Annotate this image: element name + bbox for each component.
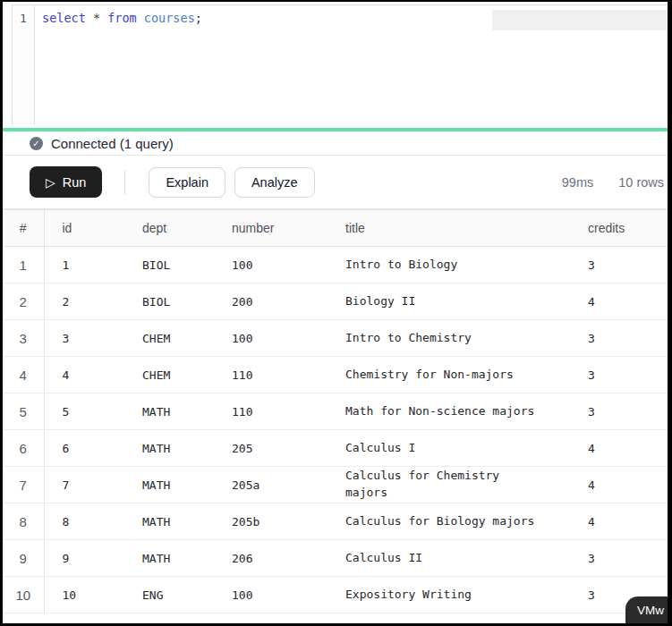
row-index: 5 bbox=[3, 393, 44, 430]
cell-title: Calculus I bbox=[327, 430, 570, 467]
table-row: 10 10 ENG 100 Expository Writing 3 bbox=[3, 577, 668, 613]
sql-keyword: select bbox=[42, 11, 86, 25]
header-credits: credits bbox=[570, 210, 668, 247]
cell-title: Chemistry for Non-majors bbox=[327, 357, 570, 393]
row-count: 10 rows bbox=[618, 175, 664, 190]
cell-credits: 3 bbox=[570, 320, 668, 357]
row-index: 1 bbox=[3, 247, 44, 283]
toolbar-divider bbox=[124, 171, 125, 194]
cell-dept: MATH bbox=[124, 430, 214, 467]
cell-title: Expository Writing bbox=[327, 577, 570, 613]
run-button-label: Run bbox=[63, 175, 87, 190]
cell-dept: MATH bbox=[124, 393, 214, 430]
cell-number: 100 bbox=[214, 247, 327, 283]
cell-id: 7 bbox=[44, 467, 124, 503]
sql-identifier: courses bbox=[144, 11, 195, 25]
table-row: 3 3 CHEM 100 Intro to Chemistry 3 bbox=[3, 320, 668, 357]
status-bar: ✓ Connected (1 query) bbox=[3, 131, 668, 156]
header-dept: dept bbox=[124, 210, 214, 247]
cell-dept: MATH bbox=[124, 540, 214, 577]
vmware-badge-label: VMw bbox=[637, 604, 664, 617]
sql-punctuation: ; bbox=[195, 11, 202, 25]
sql-space bbox=[137, 11, 144, 25]
connection-status: Connected (1 query) bbox=[51, 136, 174, 151]
row-index: 3 bbox=[3, 320, 44, 357]
cell-credits: 4 bbox=[570, 283, 668, 320]
cell-number: 205a bbox=[214, 467, 327, 503]
sql-editor[interactable]: 1 select * from courses; bbox=[3, 4, 668, 128]
cell-id: 4 bbox=[44, 357, 124, 393]
sql-keyword: from bbox=[107, 11, 137, 25]
row-index: 2 bbox=[3, 283, 44, 320]
cell-number: 110 bbox=[214, 393, 327, 430]
explain-button[interactable]: Explain bbox=[149, 167, 225, 198]
header-number: number bbox=[214, 210, 327, 247]
cell-title: Calculus for Chemistry majors bbox=[327, 467, 570, 503]
cell-title: Math for Non-science majors bbox=[327, 393, 570, 430]
cell-credits: 4 bbox=[570, 503, 668, 540]
cell-credits: 3 bbox=[570, 357, 668, 393]
cell-dept: CHEM bbox=[124, 320, 214, 357]
row-index: 7 bbox=[3, 467, 44, 503]
cell-credits: 3 bbox=[570, 393, 668, 430]
results-table: # id dept number title credits 1 1 BIOL … bbox=[3, 209, 668, 613]
line-number-gutter: 1 bbox=[13, 5, 35, 125]
cell-dept: MATH bbox=[124, 467, 214, 503]
header-id: id bbox=[44, 210, 124, 247]
row-index: 9 bbox=[3, 540, 44, 577]
vmware-watermark-badge: VMw bbox=[625, 596, 668, 623]
cell-number: 205 bbox=[214, 430, 327, 467]
cell-dept: MATH bbox=[124, 503, 214, 540]
cell-id: 10 bbox=[44, 577, 124, 613]
row-index: 8 bbox=[3, 503, 44, 540]
row-index: 6 bbox=[3, 430, 44, 467]
editor-topright-panel bbox=[492, 10, 668, 30]
header-title: title bbox=[327, 210, 570, 247]
line-number: 1 bbox=[13, 12, 34, 25]
toolbar: ▷ Run Explain Analyze 99ms 10 rows bbox=[3, 156, 668, 209]
cell-id: 5 bbox=[44, 393, 124, 430]
cell-number: 206 bbox=[214, 540, 327, 577]
run-button[interactable]: ▷ Run bbox=[30, 166, 102, 198]
check-circle-icon: ✓ bbox=[30, 137, 43, 150]
cell-number: 100 bbox=[214, 320, 327, 357]
row-index: 10 bbox=[3, 577, 44, 613]
row-index: 4 bbox=[3, 357, 44, 393]
cell-title: Calculus for Biology majors bbox=[327, 503, 570, 540]
cell-credits: 3 bbox=[570, 540, 668, 577]
sql-operator: * bbox=[93, 11, 100, 25]
header-index: # bbox=[3, 210, 44, 247]
sql-space bbox=[86, 11, 93, 25]
query-stats: 99ms 10 rows bbox=[562, 175, 664, 190]
cell-credits: 4 bbox=[570, 430, 668, 467]
cell-id: 9 bbox=[44, 540, 124, 577]
table-row: 2 2 BIOL 200 Biology II 4 bbox=[3, 283, 668, 320]
sql-space bbox=[100, 11, 107, 25]
table-row: 8 8 MATH 205b Calculus for Biology major… bbox=[3, 503, 668, 540]
analyze-button[interactable]: Analyze bbox=[234, 167, 315, 198]
cell-title: Intro to Biology bbox=[327, 247, 570, 283]
play-icon: ▷ bbox=[46, 176, 55, 189]
cell-credits: 4 bbox=[570, 467, 668, 503]
cell-number: 205b bbox=[214, 503, 327, 540]
cell-id: 3 bbox=[44, 320, 124, 357]
cell-number: 110 bbox=[214, 357, 327, 393]
cell-id: 2 bbox=[44, 283, 124, 320]
cell-id: 1 bbox=[44, 247, 124, 283]
cell-credits: 3 bbox=[570, 247, 668, 283]
table-header-row: # id dept number title credits bbox=[3, 210, 668, 247]
cell-title: Biology II bbox=[327, 283, 570, 320]
table-row: 4 4 CHEM 110 Chemistry for Non-majors 3 bbox=[3, 357, 668, 393]
cell-number: 100 bbox=[214, 577, 327, 613]
cell-dept: BIOL bbox=[124, 247, 214, 283]
elapsed-time: 99ms bbox=[562, 175, 593, 190]
cell-dept: BIOL bbox=[124, 283, 214, 320]
cell-dept: CHEM bbox=[124, 357, 214, 393]
table-row: 7 7 MATH 205a Calculus for Chemistry maj… bbox=[3, 467, 668, 503]
cell-id: 8 bbox=[44, 503, 124, 540]
table-row: 5 5 MATH 110 Math for Non-science majors… bbox=[3, 393, 668, 430]
table-row: 9 9 MATH 206 Calculus II 3 bbox=[3, 540, 668, 577]
cell-dept: ENG bbox=[124, 577, 214, 613]
cell-id: 6 bbox=[44, 430, 124, 467]
table-row: 1 1 BIOL 100 Intro to Biology 3 bbox=[3, 247, 668, 283]
